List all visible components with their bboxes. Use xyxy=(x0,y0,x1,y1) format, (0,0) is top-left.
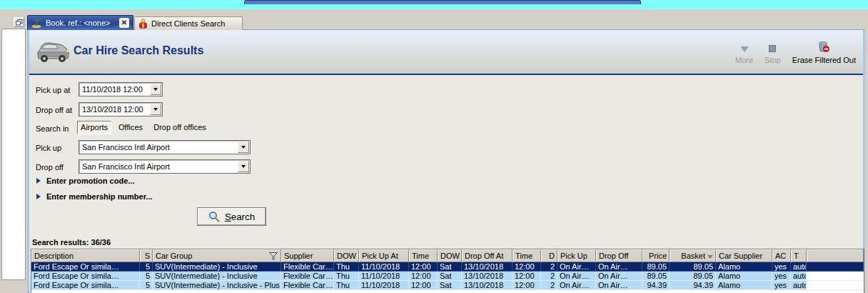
table-cell-drop-off-at: 13/10/2018 xyxy=(462,272,513,280)
column-header-supplier[interactable]: Supplier xyxy=(281,249,334,262)
column-header-s[interactable]: S xyxy=(140,249,153,262)
table-cell-supplier: Flexible Car… xyxy=(281,272,334,280)
column-header-time[interactable]: Time xyxy=(513,249,541,262)
erase-filtered-out-button[interactable]: Erase Filtered Out xyxy=(792,41,856,64)
table-cell-s: 5 xyxy=(140,272,153,280)
table-cell-time: 12:00 xyxy=(409,281,438,289)
table-cell-s: 5 xyxy=(140,262,153,271)
table-row[interactable]: Ford Escape Or simila…5SUV(Intermediate)… xyxy=(31,281,864,290)
agent-icon xyxy=(138,19,148,29)
table-cell-price: 94.39 xyxy=(642,281,670,289)
column-header-price[interactable]: Price xyxy=(642,249,670,262)
column-header-ac[interactable]: AC xyxy=(772,249,791,262)
search-in-airports-toggle[interactable]: Airports xyxy=(77,121,111,134)
results-table-body: Ford Escape Or simila…5SUV(Intermediate)… xyxy=(31,262,864,290)
table-cell-drop-off-at: 13/10/2018 xyxy=(462,281,513,289)
car-hire-search-panel: Car Hire Search Results More Stop Erase … xyxy=(27,29,865,293)
dropoff-datetime-combobox[interactable]: 13/10/2018 12:00 xyxy=(79,102,163,116)
table-cell-t: auto xyxy=(791,262,807,271)
dropoff-at-label: Drop off at xyxy=(36,106,72,114)
table-cell-d: 2 xyxy=(541,262,557,271)
background-window-edge xyxy=(244,0,641,4)
search-in-dropoff-offices-toggle[interactable]: Drop off offices xyxy=(148,121,212,134)
table-cell-pick-up-at: 11/10/2018 xyxy=(359,281,409,289)
table-cell-s: 5 xyxy=(140,281,153,289)
table-cell-car-supplier: Alamo xyxy=(716,281,772,289)
column-header-pick-up-at[interactable]: Pick Up At xyxy=(359,249,409,262)
dropoff-location-combobox[interactable]: San Francisco Intl Airport xyxy=(79,159,251,174)
table-cell-pick-up: On Air… xyxy=(557,281,596,289)
search-in-label: Search in xyxy=(36,124,69,133)
table-cell-ac: yes xyxy=(772,262,791,271)
table-cell-d: 2 xyxy=(541,272,557,280)
banner: Car Hire Search Results More Stop Erase … xyxy=(29,30,863,74)
membership-number-expander[interactable]: Enter membership number... xyxy=(36,192,153,201)
results-table-header: DescriptionSCar GroupSupplierDOWPick Up … xyxy=(31,249,864,262)
column-header-pick-up[interactable]: Pick Up xyxy=(557,249,596,262)
column-header-time[interactable]: Time xyxy=(409,249,438,262)
column-header-drop-off-at[interactable]: Drop Off At xyxy=(462,249,513,262)
car-icon xyxy=(35,37,71,64)
table-cell-car-group: SUV(Intermediate) - Inclusive xyxy=(153,272,281,280)
tab-booking-ref[interactable]: Book. ref.: <none> ✕ xyxy=(27,15,133,30)
pickup-label: Pick up xyxy=(36,144,61,152)
column-header-d[interactable]: D xyxy=(541,249,557,262)
collapsed-side-panel[interactable] xyxy=(1,29,26,280)
table-cell-time: 12:00 xyxy=(409,262,438,271)
pickup-at-label: Pick up at xyxy=(36,86,70,94)
expander-arrow-icon xyxy=(36,194,41,199)
table-cell-drop-off: On Air… xyxy=(596,262,642,271)
pickup-location-combobox[interactable]: San Francisco Intl Airport xyxy=(79,140,251,154)
table-row[interactable]: Ford Escape Or simila…5SUV(Intermediate)… xyxy=(31,272,864,281)
expander-arrow-icon xyxy=(36,178,41,184)
dropdown-arrow-icon[interactable] xyxy=(150,104,161,115)
table-cell-price: 89.05 xyxy=(642,272,670,280)
dropdown-arrow-icon[interactable] xyxy=(150,84,161,95)
table-cell-description: Ford Escape Or simila… xyxy=(31,262,140,271)
column-header-t[interactable]: T xyxy=(791,249,807,262)
table-cell-price: 89.05 xyxy=(642,262,670,271)
tab-direct-clients-search[interactable]: Direct Clients Search xyxy=(134,16,243,30)
table-cell-dow: Thu xyxy=(334,262,359,271)
table-cell-car-supplier: Alamo xyxy=(716,272,772,280)
restore-panel-button[interactable] xyxy=(14,17,24,27)
promotion-code-expander[interactable]: Enter promotion code... xyxy=(36,177,134,185)
palm-tree-icon xyxy=(31,18,42,28)
filter-funnel-icon xyxy=(269,252,278,260)
column-header-car-group[interactable]: Car Group xyxy=(153,249,281,262)
search-icon xyxy=(208,211,220,222)
column-header-spacer[interactable] xyxy=(807,249,864,262)
table-row[interactable]: Ford Escape Or simila…5SUV(Intermediate)… xyxy=(31,262,864,272)
table-cell-car-group: SUV(Intermediate) - Inclusive xyxy=(153,262,281,271)
results-table: DescriptionSCar GroupSupplierDOWPick Up … xyxy=(31,249,864,293)
table-cell-drop-off: On Air… xyxy=(596,281,642,289)
table-cell-d: 2 xyxy=(541,281,557,289)
table-cell-drop-off: On Air… xyxy=(596,272,642,280)
table-cell-time: 12:00 xyxy=(409,272,438,280)
restore-icon xyxy=(16,19,23,26)
table-cell-ac: yes xyxy=(772,281,791,289)
dropdown-arrow-icon[interactable] xyxy=(238,141,249,153)
close-icon[interactable]: ✕ xyxy=(119,18,129,28)
stop-button[interactable]: Stop xyxy=(764,45,781,64)
more-icon xyxy=(740,46,749,52)
table-cell-car-supplier: Alamo xyxy=(716,262,772,271)
more-button[interactable]: More xyxy=(735,46,753,64)
search-button[interactable]: Search xyxy=(197,207,266,226)
page-title: Car Hire Search Results xyxy=(74,44,203,57)
column-header-description[interactable]: Description xyxy=(31,249,140,262)
search-in-offices-toggle[interactable]: Offices xyxy=(116,121,146,134)
banner-divider xyxy=(29,74,863,75)
pickup-datetime-combobox[interactable]: 11/10/2018 12:00 xyxy=(79,82,163,96)
column-header-dow[interactable]: DOW xyxy=(438,249,462,262)
column-header-drop-off[interactable]: Drop Off xyxy=(596,249,642,262)
column-header-car-supplier[interactable]: Car Supplier xyxy=(716,249,772,262)
toolbar: More Stop Erase Filtered Out xyxy=(735,41,856,64)
table-cell-dow: Thu xyxy=(334,281,359,289)
table-cell-description: Ford Escape Or simila… xyxy=(31,272,140,280)
table-cell-spacer xyxy=(807,262,864,271)
dropdown-arrow-icon[interactable] xyxy=(238,161,249,172)
column-header-dow[interactable]: DOW xyxy=(334,249,359,262)
column-header-basket[interactable]: Basket xyxy=(670,249,716,262)
stop-icon xyxy=(769,45,776,52)
